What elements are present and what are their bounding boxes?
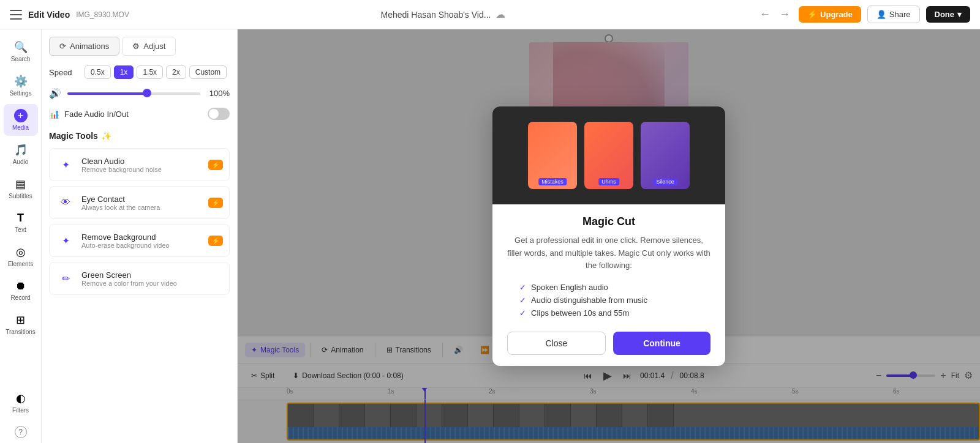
sidebar-item-record[interactable]: ⏺ Record bbox=[4, 275, 38, 306]
top-bar-right: ← → ⚡ Upgrade 👤 Share Done ▾ bbox=[757, 6, 970, 23]
center-area: ✦ Magic Tools ⟳ Animation ⊞ Transitions … bbox=[238, 29, 980, 443]
speed-label: Speed bbox=[49, 68, 80, 77]
remove-bg-icon: ✦ bbox=[56, 231, 75, 250]
check-icon-1: ✓ bbox=[519, 283, 526, 292]
sidebar-item-elements[interactable]: ◎ Elements bbox=[4, 240, 38, 272]
green-screen-icon: ✏ bbox=[56, 269, 75, 288]
modal-content: Magic Cut Get a professional edit in one… bbox=[492, 204, 725, 366]
magic-wand-icon: ✨ bbox=[101, 131, 111, 141]
magic-item-eye-contact[interactable]: 👁 Eye Contact Always look at the camera … bbox=[49, 186, 230, 219]
speed-btn-1.5x[interactable]: 1.5x bbox=[137, 65, 163, 79]
top-bar-left: Edit Video IMG_8930.MOV bbox=[10, 10, 129, 20]
transitions-icon: ⊞ bbox=[16, 313, 25, 327]
eye-contact-icon: 👁 bbox=[56, 193, 75, 212]
upgrade-button[interactable]: ⚡ Upgrade bbox=[799, 6, 861, 23]
subtitles-icon: ▤ bbox=[15, 177, 26, 191]
remove-bg-badge: ⚡ bbox=[208, 236, 223, 246]
magic-cut-modal: Mistakes Uhms Silence Magic Cut Get a pr… bbox=[492, 106, 725, 366]
modal-thumb-mistakes: Mistakes bbox=[528, 122, 577, 189]
check-icon-2: ✓ bbox=[519, 296, 526, 305]
modal-image-area: Mistakes Uhms Silence bbox=[492, 106, 725, 204]
project-name: Mehedi Hasan Shoab's Vid... ☁ bbox=[381, 9, 506, 20]
modal-title: Magic Cut bbox=[507, 215, 710, 228]
modal-buttons: Close Continue bbox=[507, 332, 710, 355]
animations-icon: ⟳ bbox=[59, 42, 66, 51]
magic-item-clean-audio[interactable]: ✦ Clean Audio Remove background noise ⚡ bbox=[49, 148, 230, 181]
modal-thumb-uhms: Uhms bbox=[584, 122, 633, 189]
clean-audio-badge: ⚡ bbox=[208, 160, 223, 170]
cloud-icon: ☁ bbox=[496, 9, 505, 20]
share-button[interactable]: 👤 Share bbox=[867, 6, 920, 23]
search-icon: 🔍 bbox=[14, 40, 28, 54]
checklist-item-3: ✓ Clips between 10s and 55m bbox=[519, 307, 698, 319]
volume-row: 🔊 100% bbox=[49, 87, 230, 99]
modal-thumb-silence: Silence bbox=[641, 122, 690, 189]
speed-btn-custom[interactable]: Custom bbox=[189, 65, 227, 79]
sidebar: 🔍 Search ⚙️ Settings + Media 🎵 Audio ▤ S… bbox=[0, 29, 42, 443]
speed-row: Speed 0.5x 1x 1.5x 2x Custom bbox=[49, 65, 230, 79]
share-icon: 👤 bbox=[876, 10, 886, 19]
speed-btn-0.5x[interactable]: 0.5x bbox=[85, 65, 111, 79]
panel-tabs: ⟳ Animations ⚙ Adjust bbox=[49, 37, 230, 56]
hamburger-icon[interactable] bbox=[10, 10, 22, 20]
fade-toggle[interactable] bbox=[208, 108, 230, 120]
speed-buttons: 0.5x 1x 1.5x 2x Custom bbox=[85, 65, 227, 79]
redo-button[interactable]: → bbox=[777, 6, 793, 23]
uhms-label: Uhms bbox=[598, 178, 619, 185]
upgrade-icon: ⚡ bbox=[807, 10, 817, 19]
tab-animations[interactable]: ⟳ Animations bbox=[49, 37, 119, 56]
record-icon: ⏺ bbox=[15, 280, 26, 292]
volume-value: 100% bbox=[206, 89, 230, 98]
elements-icon: ◎ bbox=[16, 245, 26, 259]
media-icon: + bbox=[14, 109, 28, 122]
sidebar-item-subtitles[interactable]: ▤ Subtitles bbox=[4, 173, 38, 204]
eye-contact-badge: ⚡ bbox=[208, 198, 223, 208]
silence-label: Silence bbox=[653, 178, 677, 185]
clean-audio-icon: ✦ bbox=[56, 155, 75, 174]
speed-btn-2x[interactable]: 2x bbox=[166, 65, 186, 79]
modal-continue-button[interactable]: Continue bbox=[613, 332, 710, 355]
modal-close-button[interactable]: Close bbox=[507, 332, 606, 355]
fade-row: 📊 Fade Audio In/Out bbox=[49, 108, 230, 120]
speed-btn-1x[interactable]: 1x bbox=[114, 65, 134, 79]
sidebar-item-filters[interactable]: ◐ Filters bbox=[4, 387, 38, 419]
volume-slider[interactable] bbox=[67, 92, 200, 95]
undo-button[interactable]: ← bbox=[757, 6, 773, 23]
done-chevron-icon: ▾ bbox=[957, 10, 962, 19]
fade-label: 📊 Fade Audio In/Out bbox=[49, 109, 129, 119]
modal-description: Get a professional edit in one click. Re… bbox=[507, 234, 710, 272]
sidebar-item-audio[interactable]: 🎵 Audio bbox=[4, 138, 38, 170]
check-icon-3: ✓ bbox=[519, 308, 526, 318]
top-bar: Edit Video IMG_8930.MOV Mehedi Hasan Sho… bbox=[0, 0, 980, 29]
checklist-item-1: ✓ Spoken English audio bbox=[519, 281, 698, 294]
audio-icon: 🎵 bbox=[14, 143, 28, 157]
magic-item-remove-bg[interactable]: ✦ Remove Background Auto-erase backgroun… bbox=[49, 224, 230, 257]
checklist-item-2: ✓ Audio distinguishable from music bbox=[519, 294, 698, 307]
sidebar-item-help[interactable]: ? bbox=[4, 421, 38, 443]
magic-item-green-screen[interactable]: ✏ Green Screen Remove a color from your … bbox=[49, 262, 230, 295]
sidebar-item-search[interactable]: 🔍 Search bbox=[4, 35, 38, 67]
sidebar-item-media[interactable]: + Media bbox=[4, 104, 38, 136]
modal-checklist: ✓ Spoken English audio ✓ Audio distingui… bbox=[507, 281, 710, 319]
text-icon: T bbox=[17, 212, 24, 225]
volume-icon: 🔊 bbox=[49, 87, 61, 99]
filename-label: IMG_8930.MOV bbox=[76, 10, 129, 19]
edit-video-title: Edit Video bbox=[28, 10, 70, 20]
done-button[interactable]: Done ▾ bbox=[926, 6, 971, 23]
modal-overlay: Mistakes Uhms Silence Magic Cut Get a pr… bbox=[238, 29, 980, 443]
magic-tools-title: Magic Tools ✨ bbox=[49, 131, 230, 141]
mistakes-label: Mistakes bbox=[538, 178, 567, 185]
filters-icon: ◐ bbox=[16, 392, 26, 405]
help-icon: ? bbox=[15, 426, 27, 438]
adjust-icon: ⚙ bbox=[132, 42, 140, 51]
sidebar-item-settings[interactable]: ⚙️ Settings bbox=[4, 70, 38, 102]
settings-icon: ⚙️ bbox=[14, 75, 28, 88]
fade-icon: 📊 bbox=[49, 109, 59, 119]
sidebar-item-transitions[interactable]: ⊞ Transitions bbox=[4, 308, 38, 340]
main-area: 🔍 Search ⚙️ Settings + Media 🎵 Audio ▤ S… bbox=[0, 29, 980, 443]
left-panel: ⟳ Animations ⚙ Adjust Speed 0.5x 1x 1.5x… bbox=[42, 29, 238, 443]
sidebar-item-text[interactable]: T Text bbox=[4, 207, 38, 238]
undo-redo-controls: ← → bbox=[757, 6, 793, 23]
tab-adjust[interactable]: ⚙ Adjust bbox=[122, 37, 176, 56]
